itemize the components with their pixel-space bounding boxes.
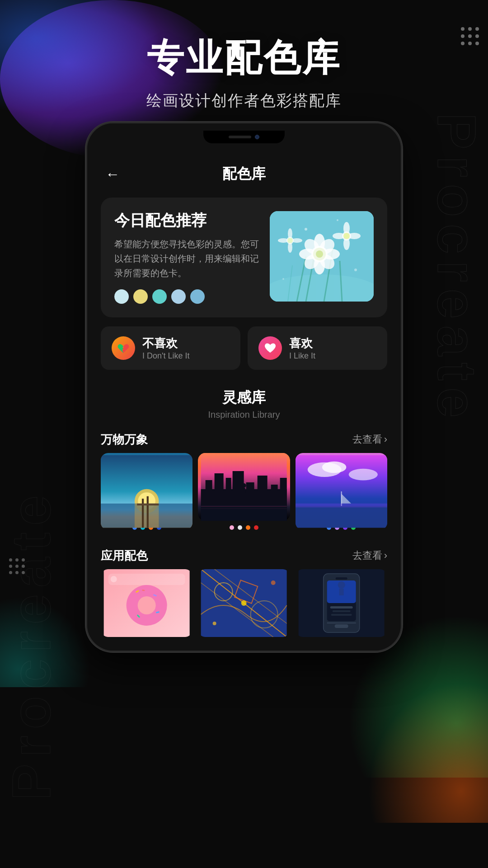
svg-point-21 xyxy=(333,233,345,239)
category1-link[interactable]: 去查看 › xyxy=(352,433,387,446)
dot xyxy=(230,525,234,530)
category2-row: 应用配色 去查看 › xyxy=(87,541,401,569)
featured-image xyxy=(270,211,374,302)
landscape-image-2 xyxy=(198,453,290,521)
app-image-1 xyxy=(101,569,192,637)
dislike-labels: 不喜欢 I Don't Like It xyxy=(142,335,189,361)
category2-name: 应用配色 xyxy=(101,548,148,564)
category1-card-3[interactable] xyxy=(296,453,387,530)
phone-volume-button xyxy=(401,250,402,304)
inspiration-section-header: 灵感库 Inspiration Library xyxy=(87,379,401,425)
svg-point-19 xyxy=(343,222,350,235)
svg-point-89 xyxy=(338,581,345,589)
phone-notch xyxy=(203,131,285,143)
dot xyxy=(246,525,250,530)
dislike-button[interactable]: 不喜欢 I Don't Like It xyxy=(101,326,240,370)
svg-rect-93 xyxy=(331,614,352,616)
category1-card-2[interactable] xyxy=(198,453,290,530)
category2-section: 应用配色 去查看 › xyxy=(87,541,401,637)
swatch-3 xyxy=(152,289,167,304)
svg-point-31 xyxy=(337,219,338,221)
side-text-procreate-left: Procreate xyxy=(0,489,62,800)
svg-point-28 xyxy=(291,238,302,243)
svg-point-67 xyxy=(138,596,156,614)
phone-power-button xyxy=(401,205,402,241)
svg-point-27 xyxy=(278,238,289,243)
svg-point-25 xyxy=(288,228,292,239)
svg-rect-39 xyxy=(142,499,144,528)
inspiration-title-en: Inspiration Library xyxy=(101,410,387,420)
reaction-row: 不喜欢 I Don't Like It 喜欢 I Like It xyxy=(101,326,387,370)
flower-illustration xyxy=(270,211,374,302)
svg-rect-64 xyxy=(296,504,387,508)
like-main-label: 喜欢 xyxy=(289,335,315,351)
like-sub-label: I Like It xyxy=(289,351,315,361)
svg-point-23 xyxy=(343,233,350,239)
landscape-image-1 xyxy=(101,453,192,521)
category1-image-grid xyxy=(87,453,401,530)
svg-point-59 xyxy=(322,461,347,473)
category1-link-label: 去查看 xyxy=(352,433,382,446)
svg-point-30 xyxy=(305,228,307,231)
svg-rect-61 xyxy=(296,506,387,528)
svg-point-26 xyxy=(288,242,292,253)
svg-rect-54 xyxy=(201,505,287,521)
category1-card2-dots xyxy=(198,521,290,530)
category1-section: 万物万象 去查看 › xyxy=(87,425,401,530)
svg-point-74 xyxy=(111,576,117,582)
category1-card-1[interactable] xyxy=(101,453,192,530)
svg-point-82 xyxy=(213,622,216,625)
svg-point-17 xyxy=(316,250,323,258)
svg-point-32 xyxy=(354,269,357,271)
svg-point-60 xyxy=(348,468,377,480)
category2-card-3[interactable] xyxy=(296,569,387,637)
dislike-main-label: 不喜欢 xyxy=(142,335,189,351)
header-title: 专业配色库 xyxy=(147,33,341,83)
side-text-procreate-right: Procreate xyxy=(426,113,488,425)
category2-image-grid xyxy=(87,569,401,637)
category2-card-2[interactable] xyxy=(198,569,290,637)
svg-rect-40 xyxy=(147,496,149,528)
landscape-image-3 xyxy=(296,453,387,521)
dot xyxy=(254,525,258,530)
svg-point-52 xyxy=(242,483,246,488)
svg-point-29 xyxy=(287,238,293,243)
svg-rect-91 xyxy=(330,606,352,609)
color-swatches xyxy=(114,289,261,304)
app-screen: ← 配色库 今日配色推荐 希望能方便您寻找色彩的灵感。您可以在日常设计创作时，用… xyxy=(87,151,401,651)
category1-chevron-icon: › xyxy=(384,434,387,445)
phone-speaker xyxy=(229,136,251,138)
header-subtitle: 绘画设计创作者色彩搭配库 xyxy=(146,90,342,111)
category2-chevron-icon: › xyxy=(384,550,387,561)
dislike-icon xyxy=(112,336,135,360)
svg-point-83 xyxy=(271,580,276,585)
featured-card-title: 今日配色推荐 xyxy=(114,211,261,230)
category2-card-1[interactable] xyxy=(101,569,192,637)
app-image-2 xyxy=(198,569,290,637)
svg-point-20 xyxy=(343,237,350,250)
phone-mockup: ← 配色库 今日配色推荐 希望能方便您寻找色彩的灵感。您可以在日常设计创作时，用… xyxy=(86,122,402,652)
svg-rect-41 xyxy=(137,504,159,505)
swatch-4 xyxy=(171,289,186,304)
svg-point-84 xyxy=(241,600,247,606)
like-icon xyxy=(258,336,282,360)
phone-frame: ← 配色库 今日配色推荐 希望能方便您寻找色彩的灵感。您可以在日常设计创作时，用… xyxy=(86,122,402,652)
app-screen-title: 配色库 xyxy=(222,164,266,184)
category2-link[interactable]: 去查看 › xyxy=(352,549,387,562)
category1-name: 万物万象 xyxy=(101,432,148,448)
dislike-sub-label: I Don't Like It xyxy=(142,351,189,361)
back-button[interactable]: ← xyxy=(105,166,120,183)
phone-top xyxy=(87,123,401,151)
like-labels: 喜欢 I Like It xyxy=(289,335,315,361)
swatch-2 xyxy=(133,289,148,304)
featured-card: 今日配色推荐 希望能方便您寻找色彩的灵感。您可以在日常设计创作时，用来编辑和记录… xyxy=(101,198,387,317)
bg-blob-orange xyxy=(352,665,488,823)
swatch-1 xyxy=(114,289,129,304)
svg-rect-92 xyxy=(332,610,350,612)
like-button[interactable]: 喜欢 I Like It xyxy=(248,326,387,370)
inspiration-title-cn: 灵感库 xyxy=(101,388,387,408)
app-topbar: ← 配色库 xyxy=(87,151,401,193)
svg-rect-94 xyxy=(327,623,356,623)
dot xyxy=(238,525,242,530)
svg-rect-95 xyxy=(334,624,348,628)
